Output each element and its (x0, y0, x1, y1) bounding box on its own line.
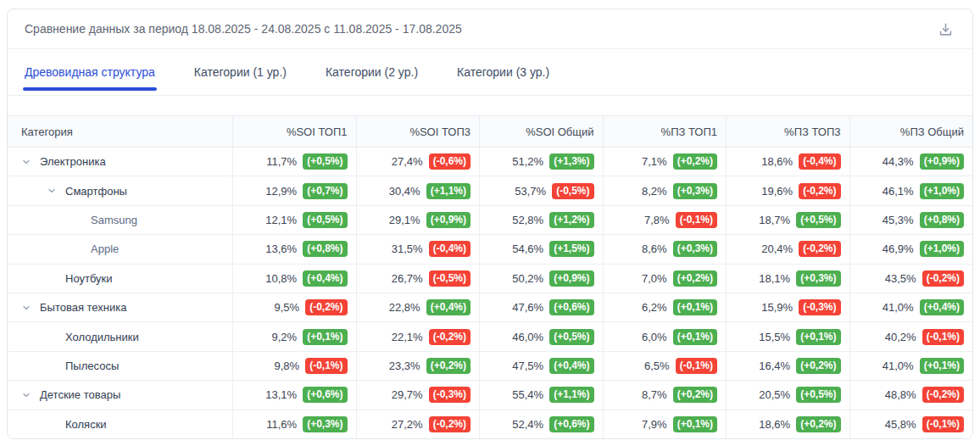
metric-group: 7,9%(+0,1%) (642, 416, 717, 432)
metric-value: 52,8% (512, 214, 543, 226)
category-cell: Samsung (8, 206, 232, 234)
metric-cell-soi-top3: 27,4%(-0,6%) (356, 148, 480, 176)
delta-badge: (+0,6%) (549, 416, 593, 432)
metric-value: 8,6% (642, 243, 667, 255)
delta-badge: (+0,1%) (673, 416, 717, 432)
category-cell: Электроника (8, 148, 232, 176)
tab-categories-3[interactable]: Категории (3 ур.) (457, 49, 549, 95)
metric-value: 6,5% (644, 360, 670, 372)
download-button[interactable] (936, 20, 955, 39)
delta-badge: (+0,1%) (673, 329, 717, 345)
metric-cell-soi-top3: 26,7%(-0,5%) (356, 265, 480, 293)
metric-group: 6,5%(-0,1%) (644, 358, 717, 374)
metric-group: 6,2%(+0,1%) (642, 299, 717, 315)
metric-group: 12,1%(+0,5%) (265, 212, 347, 228)
metric-group: 53,7%(-0,5%) (515, 183, 593, 199)
column-header-soi-top3: %SOI ТОП3 (356, 116, 480, 147)
table-row: Детские товары13,1%(+0,6%)29,7%(-0,3%)55… (8, 381, 972, 410)
delta-badge: (+1,2%) (549, 212, 593, 228)
metric-value: 16,4% (759, 360, 790, 372)
metric-group: 8,2%(+0,3%) (642, 183, 717, 199)
metric-cell-soi-top3: 31,5%(-0,4%) (356, 235, 480, 263)
metric-cell-soi-total: 54,6%(+1,5%) (479, 235, 603, 263)
delta-badge: (+0,3%) (673, 183, 717, 199)
delta-badge: (+0,4%) (303, 270, 347, 287)
delta-badge: (-0,2%) (429, 329, 471, 345)
tab-categories-1[interactable]: Категории (1 ур.) (194, 49, 287, 95)
metric-value: 9,8% (275, 360, 300, 372)
delta-badge: (+1,1%) (549, 387, 593, 403)
delta-badge: (-0,1%) (922, 329, 964, 345)
chevron-down-icon[interactable] (21, 157, 40, 167)
metric-group: 16,4%(+0,2%) (759, 358, 840, 374)
table-header-row: Категория%SOI ТОП1%SOI ТОП3%SOI Общий%ПЗ… (8, 116, 972, 148)
metric-group: 52,8%(+1,2%) (512, 212, 593, 228)
category-cell: Ноутбуки (8, 265, 232, 293)
table-row: Samsung12,1%(+0,5%)29,1%(+0,9%)52,8%(+1,… (8, 206, 972, 235)
metric-value: 51,2% (512, 155, 543, 168)
category-name: Смартфоны (65, 185, 127, 198)
chevron-down-icon[interactable] (21, 390, 40, 400)
metric-value: 55,4% (512, 388, 543, 401)
metric-group: 13,6%(+0,8%) (265, 241, 347, 257)
metric-value: 18,7% (759, 214, 790, 226)
metric-group: 7,8%(-0,1%) (644, 212, 717, 228)
metric-group: 20,4%(-0,2%) (761, 241, 840, 257)
delta-badge: (-0,1%) (676, 212, 717, 228)
metric-value: 15,5% (759, 331, 790, 343)
metric-cell-soi-top1: 13,6%(+0,8%) (232, 235, 356, 263)
category-cell: Смартфоны (8, 176, 232, 204)
metric-cell-soi-top1: 9,2%(+0,1%) (232, 322, 356, 350)
metric-cell-pz-top1: 7,1%(+0,2%) (603, 148, 727, 176)
metric-value: 40,2% (885, 331, 916, 343)
metric-value: 7,8% (644, 214, 670, 226)
tab-tree[interactable]: Древовидная структура (25, 49, 155, 95)
metric-cell-pz-top1: 8,2%(+0,3%) (603, 176, 727, 204)
tab-label: Древовидная структура (25, 65, 155, 79)
tab-categories-2[interactable]: Категории (2 ур.) (326, 49, 418, 95)
chevron-down-icon[interactable] (47, 186, 65, 196)
metric-cell-soi-top3: 29,1%(+0,9%) (356, 206, 480, 234)
panel-header: Сравнение данных за период 18.08.2025 - … (8, 9, 972, 49)
category-name: Samsung (91, 214, 137, 226)
delta-badge: (+0,5%) (796, 212, 840, 228)
metric-cell-pz-total: 41,0%(+0,4%) (849, 293, 973, 321)
metric-group: 10,8%(+0,4%) (265, 270, 347, 287)
metric-group: 46,0%(+0,5%) (512, 329, 593, 345)
metric-cell-pz-top1: 8,6%(+0,3%) (603, 235, 727, 263)
chevron-down-icon[interactable] (21, 303, 40, 313)
delta-badge: (-0,2%) (799, 241, 840, 257)
metric-group: 7,0%(+0,2%) (642, 270, 717, 287)
metric-group: 22,1%(-0,2%) (392, 329, 471, 345)
column-header-pz-total: %ПЗ Общий (849, 116, 973, 147)
metric-cell-pz-top3: 18,7%(+0,5%) (726, 206, 849, 234)
metric-value: 47,6% (512, 301, 543, 314)
metric-group: 15,9%(-0,3%) (761, 299, 840, 315)
metric-group: 26,7%(-0,5%) (392, 270, 471, 287)
metric-cell-soi-top1: 10,8%(+0,4%) (232, 265, 356, 293)
metric-group: 47,5%(+0,4%) (512, 358, 593, 374)
metric-value: 45,8% (885, 418, 916, 431)
metric-value: 15,9% (761, 301, 793, 314)
delta-badge: (-0,6%) (429, 153, 471, 170)
delta-badge: (+0,6%) (303, 387, 347, 403)
metric-value: 41,0% (883, 360, 914, 372)
metric-value: 10,8% (265, 272, 297, 285)
metric-value: 20,5% (759, 388, 790, 401)
metric-value: 50,2% (512, 272, 543, 285)
metric-value: 11,6% (266, 418, 297, 431)
metric-cell-pz-top1: 7,8%(-0,1%) (603, 206, 727, 234)
metric-value: 22,8% (389, 301, 420, 314)
category-cell: Детские товары (8, 381, 232, 409)
metric-cell-soi-total: 50,2%(+0,9%) (479, 265, 603, 293)
delta-badge: (+0,2%) (673, 270, 717, 287)
metric-cell-soi-top1: 11,7%(+0,5%) (232, 148, 356, 176)
metric-value: 43,5% (885, 272, 916, 285)
delta-badge: (+0,3%) (796, 270, 840, 287)
metric-group: 20,5%(+0,5%) (759, 387, 840, 403)
metric-cell-pz-top3: 16,4%(+0,2%) (726, 352, 849, 380)
metric-group: 31,5%(-0,4%) (392, 241, 471, 257)
metric-value: 8,7% (642, 388, 667, 401)
metric-value: 6,2% (642, 301, 667, 314)
delta-badge: (+0,9%) (426, 212, 471, 228)
